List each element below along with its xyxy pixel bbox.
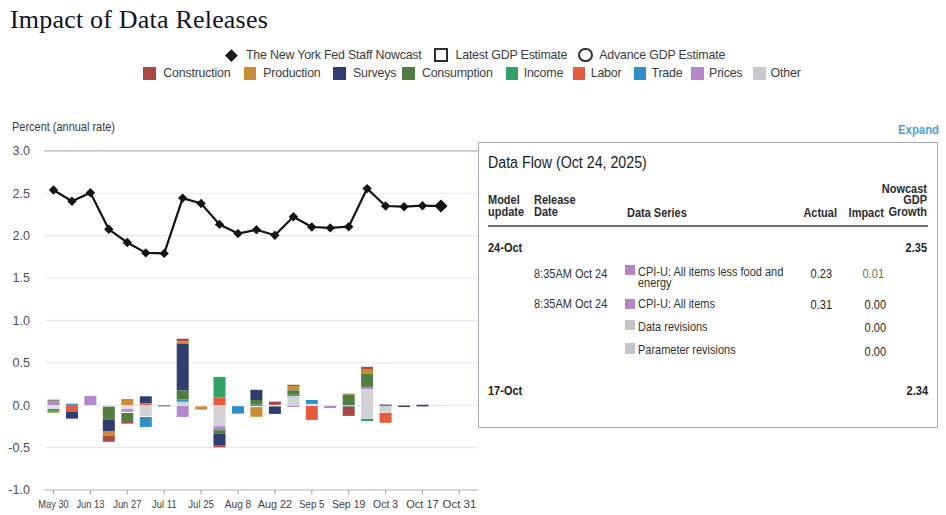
svg-text:Jul 11: Jul 11 bbox=[152, 498, 177, 510]
svg-text:0.5: 0.5 bbox=[12, 356, 30, 370]
svg-text:Percent (annual rate): Percent (annual rate) bbox=[12, 120, 115, 134]
svg-text:2.5: 2.5 bbox=[12, 187, 30, 201]
svg-text:2.0: 2.0 bbox=[12, 229, 30, 243]
svg-text:Jul 25: Jul 25 bbox=[188, 498, 214, 510]
svg-text:Jun 27: Jun 27 bbox=[113, 498, 141, 510]
svg-text:Aug 22: Aug 22 bbox=[258, 498, 292, 510]
svg-text:May 30: May 30 bbox=[38, 498, 69, 510]
svg-text:3.0: 3.0 bbox=[12, 144, 30, 158]
svg-text:1.0: 1.0 bbox=[12, 314, 30, 328]
svg-text:Jun 13: Jun 13 bbox=[76, 498, 104, 510]
svg-text:1.5: 1.5 bbox=[12, 271, 30, 285]
svg-text:Oct 17: Oct 17 bbox=[406, 498, 438, 510]
svg-text:Aug 8: Aug 8 bbox=[225, 498, 252, 510]
svg-text:Sep 19: Sep 19 bbox=[332, 498, 366, 510]
svg-text:Oct 3: Oct 3 bbox=[373, 498, 398, 510]
svg-text:0.0: 0.0 bbox=[12, 399, 30, 413]
svg-text:-0.5: -0.5 bbox=[8, 441, 30, 455]
svg-text:Sep 5: Sep 5 bbox=[299, 498, 324, 510]
svg-text:Oct 31: Oct 31 bbox=[443, 498, 477, 510]
svg-text:-1.0: -1.0 bbox=[8, 483, 30, 497]
